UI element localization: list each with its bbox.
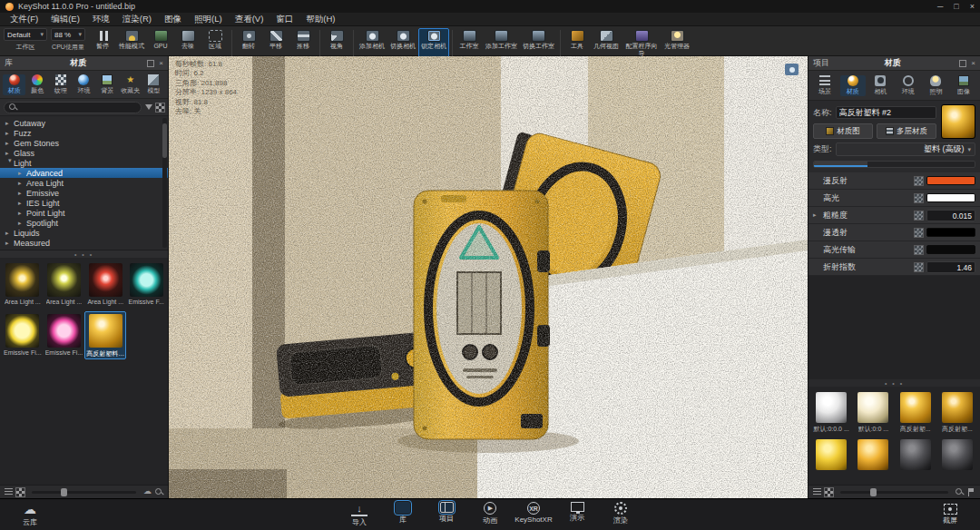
material-thumbnail[interactable] <box>810 437 852 482</box>
texture-map-icon[interactable] <box>915 177 923 185</box>
material-property-row[interactable]: ▸ 高光传输 <box>808 241 980 259</box>
toolbar-button[interactable]: 切换相机 <box>387 28 418 58</box>
cloud-library-button[interactable]: 云库 <box>9 502 51 527</box>
material-property-row[interactable]: ▸ 漫反射 <box>808 172 980 190</box>
realtime-viewport[interactable]: 每秒帧数: 61.8时间: 6.2三角形: 201,898分辨率: 1239 x… <box>169 56 808 498</box>
library-tab[interactable]: 模型 <box>142 74 165 95</box>
material-thumbnail[interactable]: 高反射塑料 ... <box>84 311 126 359</box>
toolbar-button[interactable]: 性能模式 <box>116 28 147 58</box>
toolbar-button[interactable]: 视角 <box>323 28 350 58</box>
library-tree-item[interactable]: ▸ Light <box>0 158 168 168</box>
ribbon-button[interactable]: 项目 <box>426 502 467 527</box>
flag-icon[interactable] <box>967 488 975 496</box>
toolbar-button[interactable]: 锁定相机 <box>418 28 449 58</box>
library-tree-item[interactable]: ▸ Spotlight <box>0 218 168 228</box>
material-thumbnail[interactable] <box>895 437 936 482</box>
library-tab[interactable]: 纹理 <box>49 74 72 95</box>
project-tab[interactable]: 场景 <box>812 75 838 96</box>
expand-arrow-icon[interactable]: ▸ <box>18 180 26 187</box>
material-thumbnail[interactable]: 默认:0:0 ... <box>852 389 894 435</box>
library-tree-item[interactable]: ▸ Liquids <box>0 228 168 238</box>
toolbar-button[interactable]: 平移 <box>262 28 289 58</box>
expand-arrow-icon[interactable]: ▸ <box>18 220 26 227</box>
library-tab[interactable]: 背景 <box>96 74 119 95</box>
material-thumbnail[interactable]: 高反射塑... <box>895 389 936 435</box>
menu-item[interactable]: 渲染(R) <box>116 14 158 25</box>
expand-arrow-icon[interactable]: ▸ <box>5 150 14 157</box>
toolbar-button[interactable]: 推移 <box>289 28 317 58</box>
menu-item[interactable]: 编辑(E) <box>44 14 86 25</box>
search-icon[interactable] <box>155 488 163 496</box>
library-tree-item[interactable]: ▸ Area Light <box>0 178 168 188</box>
color-swatch[interactable] <box>926 193 975 202</box>
toolbar-button[interactable]: 工具 <box>564 28 591 58</box>
toolbar-button[interactable]: 区域 <box>201 28 229 58</box>
library-tree-item[interactable]: ▸ Point Light <box>0 208 168 218</box>
minimize-button[interactable]: ─ <box>937 2 943 11</box>
material-graph-button[interactable]: 材质图 <box>813 123 873 139</box>
library-tree-item[interactable]: ▸ Glass <box>0 148 168 158</box>
material-thumbnail[interactable]: Emissive Fi... <box>44 311 85 359</box>
list-view-icon[interactable] <box>5 488 13 496</box>
search-icon[interactable] <box>956 488 964 496</box>
material-property-row[interactable]: ▸ 粗糙度 0.015 <box>808 207 980 224</box>
ribbon-button[interactable]: 库 <box>382 502 424 527</box>
expand-arrow-icon[interactable]: ▸ <box>5 230 14 237</box>
library-tree-item[interactable]: ▸ Measured <box>0 238 168 248</box>
project-tab[interactable]: 材质 <box>840 75 866 96</box>
color-swatch[interactable] <box>926 245 975 254</box>
material-preview-ball[interactable] <box>941 104 975 139</box>
expand-arrow-icon[interactable]: ▸ <box>18 170 26 177</box>
toolbar-button[interactable]: 工作室 <box>456 28 483 58</box>
library-tree-item[interactable]: ▸ Gem Stones <box>0 138 168 148</box>
toolbar-button[interactable]: 翻转 <box>235 28 262 58</box>
material-thumbnail[interactable]: Area Light ... <box>44 260 85 309</box>
render-scene[interactable] <box>169 56 808 498</box>
project-tab[interactable]: 照明 <box>923 75 948 96</box>
camera-locked-badge[interactable] <box>785 64 799 75</box>
texture-map-icon[interactable] <box>915 229 923 237</box>
filter-icon[interactable] <box>145 104 152 110</box>
menu-item[interactable]: 帮助(H) <box>299 14 341 25</box>
expand-arrow-icon[interactable]: ▸ <box>18 210 26 217</box>
close-panel-icon[interactable]: × <box>159 59 163 67</box>
project-tab[interactable]: 环境 <box>896 75 921 96</box>
thumbnail-size-slider[interactable] <box>32 491 136 494</box>
toolbar-button[interactable]: 添加工作室 <box>483 28 520 58</box>
multi-layer-material-button[interactable]: 多层材质 <box>877 123 936 139</box>
splitter-handle[interactable]: • • • <box>0 250 168 258</box>
menu-item[interactable]: 图像 <box>158 14 188 25</box>
menu-item[interactable]: 环境 <box>86 14 116 25</box>
grid-view-icon[interactable] <box>16 488 24 496</box>
color-swatch[interactable] <box>926 176 975 185</box>
material-thumbnail[interactable]: 默认:0:0.0 ... <box>810 389 852 435</box>
screenshot-button[interactable]: 截屏 <box>929 504 971 525</box>
toolbar-button[interactable]: 暂停 <box>89 28 116 58</box>
expand-arrow-icon[interactable]: ▸ <box>6 159 14 167</box>
expand-arrow-icon[interactable]: ▸ <box>5 240 14 247</box>
menu-item[interactable]: 照明(L) <box>188 14 229 25</box>
project-tab[interactable]: 图像 <box>951 75 976 96</box>
texture-map-icon[interactable] <box>915 263 923 271</box>
undock-icon[interactable] <box>147 60 154 67</box>
search-box[interactable] <box>4 102 142 113</box>
toolbar-button[interactable]: 光管理器 <box>662 28 692 58</box>
search-input[interactable] <box>20 103 136 112</box>
library-tab[interactable]: 环境 <box>73 74 95 95</box>
material-type-dropdown[interactable]: 塑料 (高级) ▾ <box>836 142 975 156</box>
toolbar-button[interactable]: 配置程序向导 <box>622 28 662 58</box>
library-tree-item[interactable]: ▸ Cutaway <box>0 118 168 128</box>
library-tree-item[interactable]: ▸ IES Light <box>0 198 168 208</box>
library-tab[interactable]: 收藏夹 <box>119 74 142 95</box>
expand-arrow-icon[interactable]: ▸ <box>813 211 819 219</box>
cpu-usage-dropdown[interactable]: 88 % ▾ <box>51 28 85 41</box>
material-property-row[interactable]: ▸ 高光 <box>808 190 980 207</box>
texture-map-icon[interactable] <box>915 194 923 202</box>
project-tab[interactable]: 相机 <box>867 75 893 96</box>
material-thumbnail[interactable]: Emissive F... <box>126 260 166 309</box>
scrollbar-thumb[interactable] <box>162 123 167 158</box>
library-tab[interactable]: 材质 <box>3 74 25 95</box>
close-panel-icon[interactable]: × <box>971 59 975 67</box>
slider-thumb[interactable] <box>61 488 67 496</box>
material-thumbnail[interactable]: Area Light ... <box>84 260 126 309</box>
